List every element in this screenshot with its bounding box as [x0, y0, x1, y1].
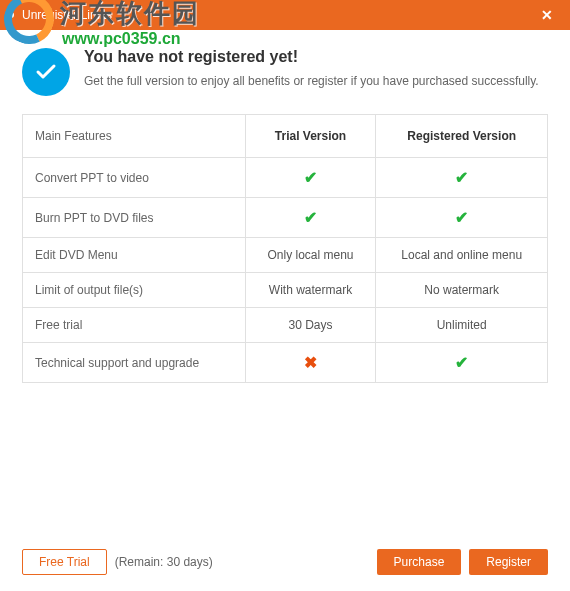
- cell-text: No watermark: [424, 283, 499, 297]
- dialog-content: You have not registered yet! Get the ful…: [0, 30, 570, 591]
- check-icon: ✔: [455, 209, 468, 226]
- table-row: Burn PPT to DVD files✔✔: [23, 198, 548, 238]
- titlebar-dot: [8, 12, 14, 18]
- registered-cell: ✔: [376, 158, 548, 198]
- close-icon[interactable]: ✕: [532, 0, 562, 30]
- header-subtitle: Get the full version to enjoy all benefi…: [84, 72, 539, 90]
- trial-cell: ✖: [245, 343, 376, 383]
- footer: Free Trial (Remain: 30 days) Purchase Re…: [22, 549, 548, 575]
- registered-cell: No watermark: [376, 273, 548, 308]
- remain-label: (Remain: 30 days): [115, 555, 213, 569]
- cell-text: Unlimited: [437, 318, 487, 332]
- col-trial: Trial Version: [245, 115, 376, 158]
- check-icon: ✔: [304, 209, 317, 226]
- free-trial-button[interactable]: Free Trial: [22, 549, 107, 575]
- registered-cell: Unlimited: [376, 308, 548, 343]
- trial-cell: ✔: [245, 198, 376, 238]
- purchase-button[interactable]: Purchase: [377, 549, 462, 575]
- feature-cell: Free trial: [23, 308, 246, 343]
- trial-cell: Only local menu: [245, 238, 376, 273]
- cell-text: Only local menu: [267, 248, 353, 262]
- check-circle-icon: [22, 48, 70, 96]
- titlebar: Unregister Limits ✕: [0, 0, 570, 30]
- header-title: You have not registered yet!: [84, 48, 539, 66]
- registered-cell: Local and online menu: [376, 238, 548, 273]
- header-text: You have not registered yet! Get the ful…: [84, 48, 539, 90]
- register-button[interactable]: Register: [469, 549, 548, 575]
- window-title: Unregister Limits: [22, 8, 532, 22]
- check-icon: ✔: [304, 169, 317, 186]
- cell-text: With watermark: [269, 283, 352, 297]
- trial-cell: ✔: [245, 158, 376, 198]
- feature-cell: Technical support and upgrade: [23, 343, 246, 383]
- feature-cell: Limit of output file(s): [23, 273, 246, 308]
- table-header-row: Main Features Trial Version Registered V…: [23, 115, 548, 158]
- table-row: Free trial30 DaysUnlimited: [23, 308, 548, 343]
- check-icon: ✔: [455, 354, 468, 371]
- table-row: Edit DVD MenuOnly local menuLocal and on…: [23, 238, 548, 273]
- registered-cell: ✔: [376, 343, 548, 383]
- table-row: Technical support and upgrade✖✔: [23, 343, 548, 383]
- feature-cell: Edit DVD Menu: [23, 238, 246, 273]
- table-row: Limit of output file(s)With watermarkNo …: [23, 273, 548, 308]
- trial-cell: With watermark: [245, 273, 376, 308]
- registered-cell: ✔: [376, 198, 548, 238]
- cell-text: 30 Days: [288, 318, 332, 332]
- col-features: Main Features: [23, 115, 246, 158]
- feature-cell: Convert PPT to video: [23, 158, 246, 198]
- cell-text: Local and online menu: [401, 248, 522, 262]
- feature-cell: Burn PPT to DVD files: [23, 198, 246, 238]
- col-registered: Registered Version: [376, 115, 548, 158]
- cross-icon: ✖: [304, 354, 317, 371]
- header: You have not registered yet! Get the ful…: [22, 48, 548, 96]
- check-icon: ✔: [455, 169, 468, 186]
- trial-cell: 30 Days: [245, 308, 376, 343]
- features-table: Main Features Trial Version Registered V…: [22, 114, 548, 383]
- table-row: Convert PPT to video✔✔: [23, 158, 548, 198]
